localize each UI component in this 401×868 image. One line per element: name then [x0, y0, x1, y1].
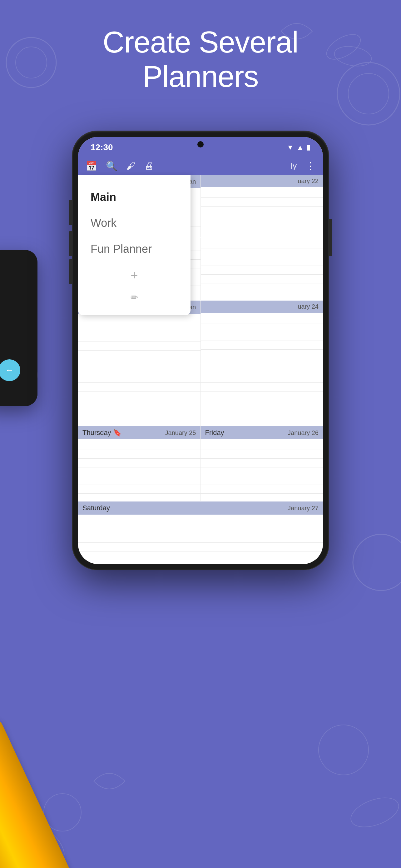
- main-phone: 12:30 ▼ ▲ ▮ 📅 🔍 🖌 🖨 ly ⋮: [72, 131, 329, 569]
- day-line: [78, 476, 201, 485]
- day-line: [201, 441, 323, 450]
- day-content-friday: [201, 439, 323, 496]
- camera-dot: [197, 141, 204, 148]
- day-line: [201, 207, 323, 215]
- day-date-thursday: January 25: [165, 429, 196, 436]
- day-cell-jan24: uary 24: [201, 301, 323, 363]
- secondary-phone: ←: [0, 250, 37, 406]
- day-line: [201, 248, 323, 257]
- day-date-friday: January 26: [288, 429, 319, 436]
- day-cell-row4-left: [78, 363, 201, 426]
- planner-item-work[interactable]: Work: [91, 210, 178, 236]
- page-header: Create Several Planners: [0, 25, 401, 94]
- day-date-jan22: uary 22: [298, 178, 319, 185]
- day-header-thursday: Thursday 🔖 January 25: [78, 426, 201, 439]
- day-line: [201, 476, 323, 485]
- day-line: [78, 459, 201, 467]
- calendar-container: Sunday Jan Switch between differente pla…: [78, 175, 323, 564]
- day-content-thursday: [78, 439, 201, 496]
- day-line: [78, 552, 323, 560]
- day-line: [78, 534, 323, 543]
- day-line: [201, 485, 323, 494]
- day-line: [201, 374, 323, 383]
- svg-point-7: [319, 725, 369, 775]
- day-content-jan22: [201, 187, 323, 226]
- day-content-jan24: [201, 313, 323, 351]
- day-date-jan24: uary 24: [298, 303, 319, 310]
- day-line: [201, 198, 323, 207]
- day-line: [201, 400, 323, 409]
- day-content-saturday: [78, 515, 323, 562]
- day-line: [78, 517, 323, 525]
- planner-dropdown: Main Work Fun Planner + ✏: [78, 175, 191, 315]
- day-name-saturday: Saturday: [82, 504, 110, 512]
- day-cell-row4-right: [201, 363, 323, 426]
- day-line: [78, 342, 201, 350]
- day-line: [201, 189, 323, 198]
- battery-icon: ▮: [307, 144, 310, 152]
- day-header-friday: Friday January 26: [201, 426, 323, 439]
- month-label: ly: [291, 161, 297, 171]
- day-content-row4-left: [78, 363, 201, 411]
- search-icon[interactable]: 🔍: [106, 161, 118, 172]
- day-line: [201, 240, 323, 248]
- day-cell-saturday: Saturday January 27: [78, 501, 323, 564]
- edit-planner-button[interactable]: ✏: [91, 289, 178, 306]
- signal-icon: ▲: [297, 144, 304, 152]
- day-line: [201, 215, 323, 224]
- day-name-friday: Friday: [205, 429, 224, 437]
- more-menu-icon[interactable]: ⋮: [305, 160, 315, 172]
- day-cell-row2-right: [201, 238, 323, 300]
- day-cell-jan22: uary 22: [201, 175, 323, 238]
- print-icon[interactable]: 🖨: [144, 161, 154, 171]
- page-title: Create Several Planners: [0, 25, 401, 94]
- day-line: [201, 450, 323, 459]
- day-line: [78, 333, 201, 342]
- day-content-row2-right: [201, 238, 323, 285]
- day-date-saturday: January 27: [288, 505, 319, 512]
- day-line: [78, 383, 201, 392]
- day-line: [201, 365, 323, 374]
- svg-point-11: [347, 792, 401, 833]
- app-toolbar: 📅 🔍 🖌 🖨 ly ⋮: [78, 157, 323, 175]
- brush-icon[interactable]: 🖌: [126, 161, 136, 171]
- day-line: [78, 485, 201, 494]
- day-line: [201, 332, 323, 341]
- day-line: [201, 323, 323, 332]
- planner-item-main[interactable]: Main: [91, 184, 178, 210]
- wifi-icon: ▼: [287, 144, 294, 152]
- day-header-jan22: uary 22: [201, 175, 323, 187]
- day-line: [201, 459, 323, 467]
- status-bar: 12:30 ▼ ▲ ▮: [78, 137, 323, 157]
- phone-screen: 12:30 ▼ ▲ ▮ 📅 🔍 🖌 🖨 ly ⋮: [78, 137, 323, 564]
- title-line1: Create Several: [103, 25, 298, 59]
- calendar-row-6: Saturday January 27: [78, 501, 323, 564]
- svg-point-5: [353, 534, 401, 591]
- day-content-row4-right: [201, 363, 323, 411]
- status-time: 12:30: [91, 143, 113, 153]
- calendar-row-4: [78, 363, 323, 426]
- status-icons: ▼ ▲ ▮: [287, 144, 310, 152]
- day-line: [78, 525, 323, 534]
- day-line: [201, 257, 323, 266]
- title-line2: Planners: [143, 60, 259, 93]
- highlighter-body: [0, 716, 75, 868]
- day-header-jan24: uary 24: [201, 301, 323, 313]
- add-planner-button[interactable]: +: [91, 262, 178, 289]
- back-button[interactable]: ←: [0, 359, 20, 381]
- day-line: [201, 266, 323, 275]
- planner-item-funplanner[interactable]: Fun Planner: [91, 236, 178, 262]
- day-line: [78, 543, 323, 552]
- day-line: [78, 450, 201, 459]
- day-name-thursday: Thursday 🔖: [82, 429, 122, 437]
- calendar-icon[interactable]: 📅: [86, 161, 97, 172]
- calendar-row-5: Thursday 🔖 January 25: [78, 426, 323, 501]
- day-line: [78, 316, 201, 324]
- day-line: [78, 365, 201, 374]
- day-line: [78, 324, 201, 333]
- secondary-phone-screen: ←: [0, 250, 37, 406]
- day-line: [78, 400, 201, 409]
- day-cell-thursday: Thursday 🔖 January 25: [78, 426, 201, 501]
- day-line: [78, 441, 201, 450]
- day-cell-friday: Friday January 26: [201, 426, 323, 501]
